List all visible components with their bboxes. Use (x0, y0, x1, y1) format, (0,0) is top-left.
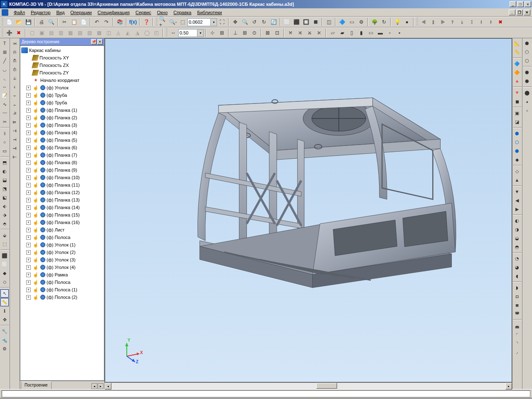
hidden-line-button[interactable]: ⬛ (292, 17, 301, 27)
mate13-tool-icon[interactable]: ⫥ (10, 144, 19, 152)
op-a-tool-icon[interactable]: ⬙ (0, 231, 9, 239)
tree-feature[interactable]: +☝(ф) Уголок (2) (21, 249, 103, 256)
move-tool-icon[interactable]: ✥ (0, 315, 9, 324)
tree-feature[interactable]: +☝(ф) Планка (16) (21, 219, 103, 226)
tree-feature[interactable]: +☝(ф) Уголок (4) (21, 264, 103, 271)
mate14-tool-icon[interactable]: ⫦ (10, 153, 19, 161)
tree-feature[interactable]: +☝(ф) Планка (4) (21, 129, 103, 136)
stop-op-button[interactable]: ✖ (14, 28, 23, 37)
tree-plane-zy[interactable]: Плоскость ZY (21, 69, 103, 76)
view-options-button[interactable]: ⚙ (357, 17, 366, 27)
op3-button[interactable]: ▤ (47, 28, 56, 37)
mate7-tool-icon[interactable]: ⫟ (10, 91, 19, 100)
cut-tool-icon[interactable]: ⬕ (0, 193, 9, 202)
create-button[interactable]: ➕ (5, 28, 14, 37)
rt1-q-icon[interactable]: ◀ (513, 196, 521, 204)
shadow-button[interactable]: ● (402, 17, 411, 27)
cut-button[interactable]: ✂ (60, 17, 69, 27)
op5-button[interactable]: ▦ (66, 28, 75, 37)
zoom-window-button[interactable]: ⬚ (178, 17, 187, 27)
asm-a-tool-icon[interactable]: 🔧 (0, 327, 9, 335)
h-scrollbar[interactable]: ◂ ▸ (105, 382, 512, 389)
lcs3-button[interactable]: ⤩ (305, 28, 314, 37)
tree-feature[interactable]: +☝(ф) Планка (12) (21, 189, 103, 196)
menu-operations[interactable]: Операции (67, 9, 94, 16)
op4-button[interactable]: ▥ (56, 28, 65, 37)
tree-tab-build[interactable]: Построение (21, 382, 52, 389)
mate4-tool-icon[interactable]: ⫛ (10, 65, 19, 74)
tree-feature[interactable]: +☝(ф) Полоса (1) (21, 286, 103, 293)
expand-button[interactable]: + (26, 220, 31, 225)
menu-service[interactable]: Сервис (133, 9, 154, 16)
step-value-input[interactable] (178, 29, 197, 37)
sel4-button[interactable]: ▮ (357, 28, 366, 37)
zoom-value-input[interactable] (187, 18, 211, 26)
rt1-ac-icon[interactable]: ◚ (513, 310, 521, 318)
step-prev-button[interactable]: ↔ (169, 28, 178, 37)
rt1-f-icon[interactable]: 🔻 (513, 89, 521, 97)
zoom-out-button[interactable]: 🔍- (168, 17, 177, 27)
step-dropdown[interactable]: ▼ (198, 29, 204, 37)
stop-button[interactable]: ✖ (496, 17, 505, 27)
rt2-b-icon[interactable]: ⬠ (523, 48, 531, 56)
expand-button[interactable]: + (26, 228, 31, 232)
tree-feature[interactable]: +☝(ф) Планка (13) (21, 196, 103, 204)
text-tool-icon[interactable]: T (0, 39, 9, 47)
rt2-c-icon[interactable]: ⬡ (523, 57, 531, 65)
extrude-tool-icon[interactable]: ⬒ (0, 158, 9, 167)
toolbar-grip[interactable] (2, 29, 3, 37)
pattern-tool-icon[interactable]: ⬗ (0, 211, 9, 219)
expand-button[interactable]: + (26, 145, 31, 150)
op7-button[interactable]: ▨ (85, 28, 94, 37)
zoom-dynamic-button[interactable]: 🔍 (240, 17, 249, 27)
rt2-e-icon[interactable]: ⬣ (523, 77, 531, 85)
rt2-a-icon[interactable]: ⬟ (523, 39, 531, 47)
menu-file[interactable]: Файл (11, 9, 28, 16)
rt2-g-icon[interactable]: ⬥ (523, 97, 531, 106)
menu-spec[interactable]: Спецификация (95, 9, 133, 16)
zoom-in-button[interactable]: 🔍+ (159, 17, 168, 27)
rt2-f-icon[interactable]: ⬤ (523, 89, 531, 97)
copy-button[interactable]: 📋 (69, 17, 79, 27)
chamfer-tool-icon[interactable]: ◇ (0, 278, 9, 286)
paste-button[interactable]: 📄 (79, 17, 88, 27)
shell-tool-icon[interactable]: ⬛ (0, 251, 9, 260)
new-button[interactable]: 📄 (5, 17, 14, 27)
shaded-button[interactable]: 🔲 (301, 17, 310, 27)
rt1-b-icon[interactable]: 📏 (513, 48, 521, 56)
toolbar-grip[interactable] (156, 18, 158, 26)
rt1-x-icon[interactable]: ◕ (513, 263, 521, 271)
expand-button[interactable]: + (26, 183, 31, 187)
redraw-button[interactable]: ↻ (379, 17, 389, 27)
restore-button[interactable]: ❐ (517, 1, 524, 7)
op12-button[interactable]: ◮ (133, 28, 142, 37)
align-top-button[interactable]: ⫯ (448, 17, 457, 27)
expand-button[interactable]: + (26, 205, 31, 210)
rt1-l-icon[interactable]: ⬣ (513, 147, 521, 155)
tree-feature[interactable]: +☝(ф) Уголок (1) (21, 241, 103, 249)
spline-tool-icon[interactable]: ∿ (0, 100, 9, 108)
rt1-t-icon[interactable]: ◑ (513, 225, 521, 234)
doc-restore-button[interactable]: ❐ (516, 10, 523, 15)
select-tool-icon[interactable]: ↖ (0, 289, 9, 298)
expand-button[interactable]: + (26, 93, 31, 98)
circle-tool-icon[interactable]: ○ (0, 138, 9, 146)
menu-editor[interactable]: Редактор (28, 9, 53, 16)
hole-tool-icon[interactable]: ⬖ (0, 202, 9, 210)
tree-feature[interactable]: +☝(ф) Планка (3) (21, 121, 103, 129)
menu-libs[interactable]: Библиотеки (194, 9, 225, 16)
rt1-k-icon[interactable]: ⬡ (513, 138, 521, 146)
sweep-tool-icon[interactable]: ⬔ (0, 185, 9, 193)
tree-feature[interactable]: +☝(ф) Планка (14) (21, 204, 103, 211)
rotate-button[interactable]: 🔄 (269, 17, 278, 27)
rt1-ag-icon[interactable]: ◞ (513, 347, 521, 356)
mate11-tool-icon[interactable]: ⫣ (10, 126, 19, 135)
doc-close-button[interactable]: ✕ (524, 10, 530, 15)
rt1-aa-icon[interactable]: ◘ (513, 292, 521, 300)
op9-button[interactable]: ◫ (104, 28, 113, 37)
op-b-tool-icon[interactable]: ⬚ (0, 240, 9, 248)
grid-tool-icon[interactable]: ⊞ (0, 48, 9, 56)
expand-button[interactable]: + (26, 198, 31, 202)
expand-button[interactable]: + (26, 86, 31, 90)
rt1-j-icon[interactable]: ⬢ (513, 129, 521, 138)
